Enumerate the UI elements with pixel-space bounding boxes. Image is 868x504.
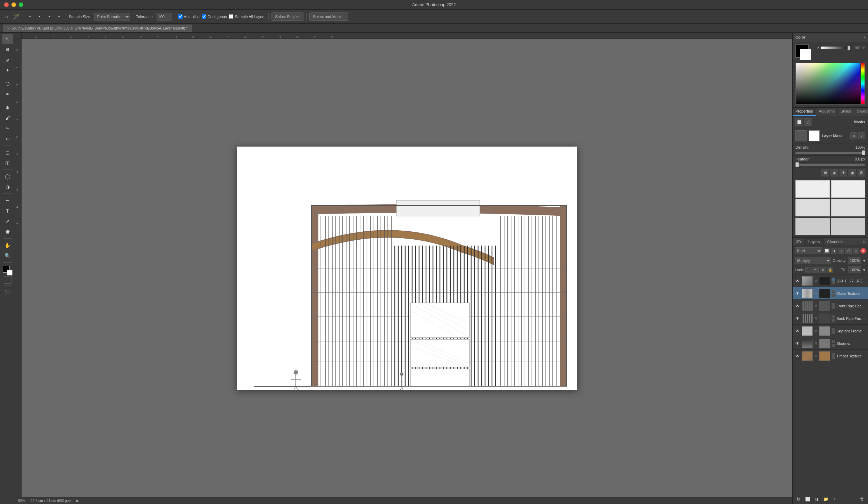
- layer-item[interactable]: 👁 ⛓ Timber Texture: [793, 350, 868, 362]
- lock-all-btn[interactable]: 🔒: [827, 267, 833, 273]
- home-icon[interactable]: ⌂: [3, 13, 10, 20]
- adjustment-layer-btn[interactable]: ◑: [813, 495, 820, 503]
- lock-pixels-btn[interactable]: ⬛: [805, 267, 811, 273]
- color-panel-collapse-icon[interactable]: ›: [864, 35, 865, 39]
- document-tab[interactable]: × South Elevation PDF.pdf @ 50% (360_F_2…: [3, 24, 192, 32]
- window-controls[interactable]: [4, 2, 23, 7]
- pen-tool[interactable]: ✒: [2, 196, 13, 205]
- filter-type-icon[interactable]: T: [838, 248, 844, 254]
- brush-tool[interactable]: 🖌: [2, 113, 13, 123]
- color-panel-header[interactable]: Color ›: [793, 33, 868, 42]
- layer-visibility-eye[interactable]: 👁: [795, 316, 800, 321]
- gradient-tool[interactable]: ◫: [2, 158, 13, 168]
- layer-item[interactable]: 👁 ⛓ Back Pipe Facade: [793, 312, 868, 325]
- density-slider-thumb[interactable]: [862, 150, 865, 155]
- background-color[interactable]: [7, 270, 12, 275]
- layer-filter-select[interactable]: Kind Name Effect Mode Attribute Color: [795, 247, 822, 254]
- sample-size-select[interactable]: Point Sample 3 by 3 Average 5 by 5 Avera…: [94, 13, 130, 20]
- mask-delete-btn[interactable]: 🗑: [858, 169, 865, 176]
- select-subject-button[interactable]: Select Subject: [272, 13, 303, 21]
- tab-swatches[interactable]: Swatches: [854, 108, 868, 116]
- tab-adjustments[interactable]: Adjustme: [816, 108, 838, 116]
- add-mask-btn[interactable]: ⬜: [804, 495, 811, 503]
- tab-properties[interactable]: Properties: [793, 108, 816, 116]
- save-as-icon[interactable]: ▪: [36, 13, 43, 20]
- mask-feather-btn[interactable]: ◈: [831, 169, 838, 176]
- magic-wand-icon[interactable]: 🪄: [12, 13, 20, 20]
- layer-filter-toggle[interactable]: ●: [860, 248, 866, 254]
- add-layer-mask-btn[interactable]: ⊕: [850, 132, 857, 139]
- lock-position-btn[interactable]: ✒: [812, 267, 819, 273]
- vector-mask-btn[interactable]: ◯: [804, 118, 812, 126]
- layer-mask-thumb-white[interactable]: [809, 130, 820, 141]
- select-and-mask-button[interactable]: Select and Mask...: [309, 13, 349, 21]
- tab-styles[interactable]: Styles: [838, 108, 854, 116]
- doc-tab-close-icon[interactable]: ×: [7, 26, 9, 30]
- background-swatch[interactable]: [800, 49, 811, 60]
- layer-item[interactable]: 👁 ⛓ Glass Texture: [793, 287, 868, 300]
- feather-slider-thumb[interactable]: [795, 162, 799, 167]
- k-slider[interactable]: [821, 47, 850, 49]
- pixel-mask-btn[interactable]: ⬜: [795, 118, 803, 126]
- fill-input[interactable]: [848, 266, 861, 273]
- move-tool[interactable]: ↖: [2, 34, 13, 44]
- magic-wand-tool[interactable]: ✦: [2, 65, 13, 75]
- add-group-btn[interactable]: 📁: [822, 495, 829, 503]
- opacity-dropdown-icon[interactable]: ▼: [862, 259, 866, 263]
- eraser-tool[interactable]: ◻: [2, 148, 13, 157]
- delete-layer-btn[interactable]: 🗑: [858, 495, 866, 503]
- layer-item[interactable]: 👁 ⛓ Front Pipe Facade: [793, 300, 868, 312]
- screen-mode-btn[interactable]: ⬛: [2, 288, 13, 297]
- mask-grid-btn[interactable]: ⊞: [821, 169, 829, 176]
- close-button[interactable]: [4, 2, 9, 7]
- layer-visibility-eye[interactable]: 👁: [795, 353, 800, 359]
- feather-slider[interactable]: [795, 164, 865, 166]
- tab-layers[interactable]: Layers: [805, 238, 824, 246]
- path-select-tool[interactable]: ↗: [2, 216, 13, 226]
- share-icon[interactable]: ▪: [55, 13, 63, 20]
- mask-eye2-btn[interactable]: ◉: [849, 169, 856, 176]
- blend-mode-select[interactable]: Multiply Normal Screen Overlay: [795, 257, 831, 264]
- add-layer-btn[interactable]: +: [831, 495, 838, 503]
- save-icon[interactable]: ▪: [26, 13, 34, 20]
- opacity-input[interactable]: [848, 257, 861, 264]
- healing-tool[interactable]: ✱: [2, 103, 13, 113]
- shape-tool[interactable]: ⬟: [2, 227, 13, 237]
- k-slider-thumb[interactable]: [848, 46, 850, 50]
- hue-strip[interactable]: [860, 63, 865, 104]
- crop-tool[interactable]: ⬡: [2, 79, 13, 89]
- layer-item[interactable]: 👁 ⛓ Skylight Frame: [793, 325, 868, 337]
- layers-close-btn[interactable]: ×: [860, 238, 868, 246]
- blur-tool[interactable]: ◯: [2, 172, 13, 181]
- color-gradient-picker[interactable]: [795, 63, 865, 105]
- lasso-tool[interactable]: ⌀: [2, 55, 13, 65]
- tolerance-input[interactable]: [157, 13, 172, 20]
- marquee-tool[interactable]: ⊕: [2, 44, 13, 54]
- layers-list[interactable]: 👁 ⛓ 360_F_27...REQ06r5A 👁: [793, 275, 868, 494]
- history-brush[interactable]: ↩: [2, 134, 13, 144]
- fill-dropdown-icon[interactable]: ▼: [862, 268, 866, 272]
- eyedropper-tool[interactable]: ✒: [2, 89, 13, 99]
- layer-item[interactable]: 👁 ⛓ 360_F_27...REQ06r5A: [793, 275, 868, 287]
- zoom-tool[interactable]: 🔍: [2, 251, 13, 261]
- contiguous-checkbox[interactable]: [202, 14, 206, 19]
- layer-visibility-eye[interactable]: 👁: [795, 278, 800, 284]
- density-slider[interactable]: [795, 152, 865, 154]
- layer-visibility-eye[interactable]: 👁: [795, 328, 800, 334]
- quick-mask-btn[interactable]: ○: [4, 276, 11, 284]
- lock-artboard-btn[interactable]: ⊕: [820, 267, 826, 273]
- foreground-swatch[interactable]: [795, 44, 809, 58]
- filter-adjust-icon[interactable]: ◑: [831, 248, 837, 254]
- layer-fx-btn[interactable]: fx: [795, 495, 802, 503]
- nav-arrow[interactable]: ▶: [76, 499, 79, 503]
- filter-pixel-icon[interactable]: ⬜: [824, 248, 830, 254]
- mask-visibility-btn[interactable]: 👁: [840, 169, 847, 176]
- apply-mask-btn[interactable]: ✓: [858, 132, 865, 139]
- layer-visibility-eye[interactable]: 👁: [795, 291, 800, 296]
- layer-item[interactable]: 👁 ⛓ Shadow: [793, 337, 868, 350]
- canvas-content[interactable]: [22, 39, 792, 497]
- tab-channels[interactable]: Channels: [824, 238, 847, 246]
- layer-visibility-eye[interactable]: 👁: [795, 303, 800, 309]
- clone-tool[interactable]: ✁: [2, 124, 13, 133]
- filter-shape-icon[interactable]: ⬡: [845, 248, 852, 254]
